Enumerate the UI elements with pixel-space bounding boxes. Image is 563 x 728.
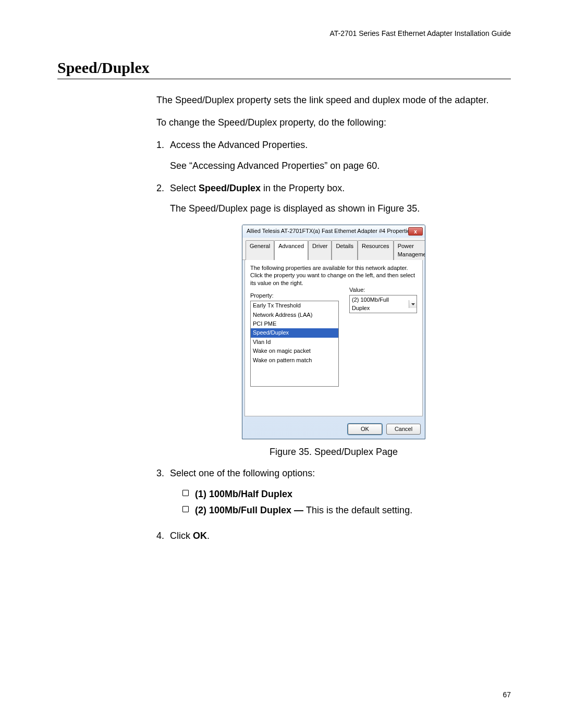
text-run: Click: [170, 530, 193, 541]
cancel-button[interactable]: Cancel: [386, 424, 421, 435]
dialog-buttons: OK Cancel: [242, 419, 425, 439]
chevron-down-icon: [409, 300, 417, 308]
ok-button[interactable]: OK: [348, 424, 382, 435]
properties-dialog: Allied Telesis AT-2701FTX(a) Fast Ethern…: [242, 225, 425, 439]
list-item[interactable]: Network Address (LAA): [251, 311, 338, 319]
intro-paragraph: The Speed/Duplex property sets the link …: [156, 94, 511, 107]
text-bold: OK: [193, 530, 207, 541]
step-number: 3.: [156, 467, 170, 520]
text-run: .: [207, 530, 210, 541]
value-label: Value:: [349, 286, 417, 294]
step-subtext: See “Accessing Advanced Properties” on p…: [170, 159, 511, 172]
checkbox-icon: [182, 506, 189, 512]
tab-resources[interactable]: Resources: [358, 240, 394, 260]
property-listbox[interactable]: Early Tx Threshold Network Address (LAA)…: [250, 301, 339, 387]
step-4: 4. Click OK.: [156, 529, 511, 542]
step-text: Access the Advanced Properties.: [170, 139, 511, 152]
text-run: in the Property box.: [261, 183, 345, 193]
step-text: Select Speed/Duplex in the Property box.: [170, 182, 511, 195]
page-number: 67: [503, 690, 511, 699]
text-run: Select: [170, 183, 199, 193]
option-row: (1) 100Mb/Half Duplex: [182, 488, 511, 501]
step-number: 4.: [156, 529, 170, 542]
dialog-title: Allied Telesis AT-2701FTX(a) Fast Ethern…: [247, 227, 408, 235]
step-3: 3. Select one of the following options: …: [156, 467, 511, 520]
value-dropdown[interactable]: (2) 100Mb/Full Duplex: [349, 295, 417, 313]
step-number: 1.: [156, 139, 170, 172]
list-item[interactable]: Early Tx Threshold: [251, 301, 338, 310]
content: The Speed/Duplex property sets the link …: [156, 94, 511, 552]
close-button[interactable]: x: [408, 227, 423, 236]
tab-details[interactable]: Details: [332, 240, 358, 260]
figure-caption: Figure 35. Speed/Duplex Page: [270, 446, 398, 459]
option-text: (2) 100Mb/Full Duplex —: [195, 505, 306, 515]
step-number: 2.: [156, 182, 170, 215]
list-item[interactable]: Wake on pattern match: [251, 356, 338, 365]
text-bold: Speed/Duplex: [199, 183, 261, 193]
page-header: AT-2701 Series Fast Ethernet Adapter Ins…: [329, 29, 511, 38]
option-row: (2) 100Mb/Full Duplex — This is the defa…: [182, 504, 511, 517]
step-subtext: The Speed/Duplex page is displayed as sh…: [170, 202, 511, 215]
section-title: Speed/Duplex: [57, 59, 511, 79]
list-item-selected[interactable]: Speed/Duplex: [251, 328, 338, 337]
dialog-titlebar: Allied Telesis AT-2701FTX(a) Fast Ethern…: [242, 225, 425, 238]
step-1: 1. Access the Advanced Properties. See “…: [156, 139, 511, 172]
tab-driver[interactable]: Driver: [308, 240, 332, 260]
step-2: 2. Select Speed/Duplex in the Property b…: [156, 182, 511, 215]
list-item[interactable]: Vlan Id: [251, 338, 338, 347]
panel-description: The following properties are available f…: [250, 264, 417, 287]
list-item[interactable]: Wake on magic packet: [251, 347, 338, 355]
figure: Allied Telesis AT-2701FTX(a) Fast Ethern…: [156, 225, 511, 459]
tab-strip: General Advanced Driver Details Resource…: [242, 238, 425, 260]
checkbox-icon: [182, 490, 189, 496]
option-text: (1) 100Mb/Half Duplex: [195, 489, 292, 499]
dialog-panel: The following properties are available f…: [244, 260, 423, 416]
option-note: This is the default setting.: [306, 505, 412, 515]
tab-advanced[interactable]: Advanced: [274, 240, 308, 260]
intro-paragraph-2: To change the Speed/Duplex property, do …: [156, 116, 511, 129]
list-item[interactable]: PCI PME: [251, 319, 338, 328]
step-text: Select one of the following options:: [170, 467, 511, 480]
value-selected: (2) 100Mb/Full Duplex: [350, 295, 409, 313]
tab-general[interactable]: General: [246, 240, 274, 260]
tab-power-management[interactable]: Power Management: [394, 240, 425, 260]
